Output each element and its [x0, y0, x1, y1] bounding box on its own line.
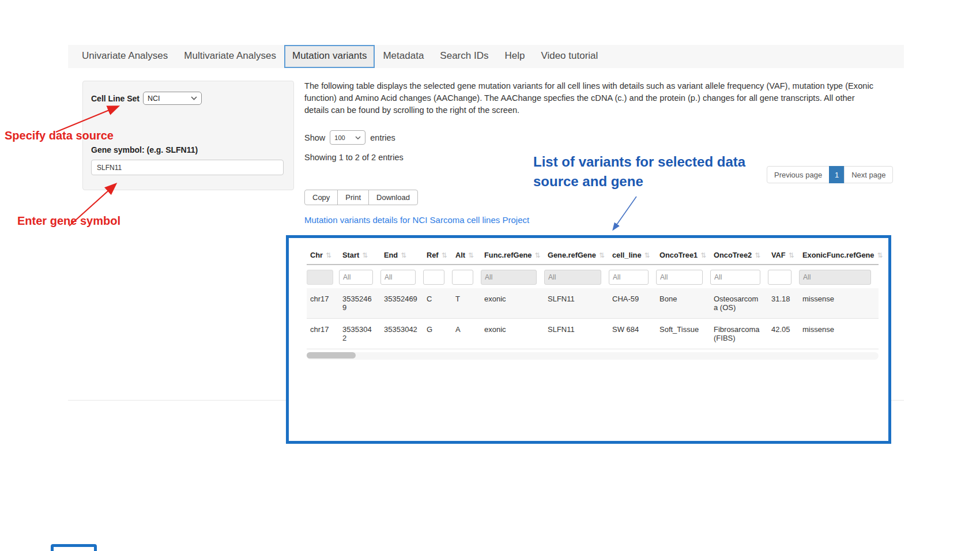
column-header-vaf[interactable]: VAF⇅: [768, 246, 799, 265]
filter-cell-end: [380, 265, 423, 288]
table-cell: missense: [799, 319, 879, 349]
column-header-ref[interactable]: Ref⇅: [423, 246, 452, 265]
sort-icon[interactable]: ⇅: [401, 251, 406, 259]
table-cell: chr17: [307, 319, 339, 349]
show-entries-control: Show 100 entries: [304, 130, 395, 145]
table-cell: Osteosarcoma (OS): [710, 288, 768, 319]
filter-input-exonicfunc-refgene[interactable]: [799, 270, 871, 285]
description-text: The following table displays the selecte…: [304, 80, 879, 116]
filter-input-oncotree1[interactable]: [656, 270, 703, 285]
sort-icon[interactable]: ⇅: [877, 251, 883, 259]
table-cell: C: [423, 288, 452, 319]
tab-mutation-variants[interactable]: Mutation variants: [284, 45, 375, 68]
table-cell: missense: [799, 288, 879, 319]
cell-line-set-select[interactable]: NCI: [143, 92, 202, 105]
filter-input-func-refgene[interactable]: [481, 270, 537, 285]
filter-input-start[interactable]: [339, 270, 373, 285]
tab-video-tutorial[interactable]: Video tutorial: [533, 45, 606, 68]
filter-input-gene-refgene[interactable]: [544, 270, 601, 285]
horizontal-scrollbar[interactable]: [307, 352, 879, 360]
table-cell: SLFN11: [544, 288, 609, 319]
column-header-start[interactable]: Start⇅: [339, 246, 380, 265]
column-header-label: Chr: [310, 251, 323, 259]
column-header-label: Alt: [455, 251, 465, 259]
navbar: Univariate AnalysesMultivariate Analyses…: [68, 45, 904, 68]
table-cell: G: [423, 319, 452, 349]
sort-icon[interactable]: ⇅: [442, 251, 447, 259]
cell-line-set-value: NCI: [148, 95, 160, 103]
table-cell: exonic: [481, 288, 544, 319]
pagination-next-button[interactable]: Next page: [844, 166, 893, 183]
table-cell: Bone: [656, 288, 710, 319]
filter-input-vaf[interactable]: [768, 270, 791, 285]
column-header-end[interactable]: End⇅: [380, 246, 423, 265]
tab-univariate-analyses[interactable]: Univariate Analyses: [74, 45, 176, 68]
sort-icon[interactable]: ⇅: [535, 251, 541, 259]
pagination-previous-button[interactable]: Previous page: [767, 166, 830, 183]
showing-info: Showing 1 to 2 of 2 entries: [304, 153, 404, 162]
column-header-label: OncoTree2: [714, 251, 752, 259]
column-header-oncotree1[interactable]: OncoTree1⇅: [656, 246, 710, 265]
column-header-label: cell_line: [612, 251, 642, 259]
sort-icon[interactable]: ⇅: [700, 251, 706, 259]
table-cell: Soft_Tissue: [656, 319, 710, 349]
cell-line-set-row: Cell Line Set NCI: [91, 92, 285, 105]
sort-icon[interactable]: ⇅: [755, 251, 760, 259]
filter-cell-oncotree1: [656, 265, 710, 288]
table-cell: A: [452, 319, 481, 349]
pagination: Previous page 1 Next page: [767, 166, 893, 183]
tab-metadata[interactable]: Metadata: [375, 45, 432, 68]
sort-icon[interactable]: ⇅: [468, 251, 474, 259]
annotation-specify-data-source: Specify data source: [5, 129, 114, 142]
print-button[interactable]: Print: [337, 190, 369, 205]
tab-help[interactable]: Help: [496, 45, 533, 68]
navbar-tabs: Univariate AnalysesMultivariate Analyses…: [68, 45, 606, 68]
table-cell: CHA-59: [609, 288, 656, 319]
table-row[interactable]: chr173535246935352469CTexonicSLFN11CHA-5…: [307, 288, 879, 319]
annotation-variants-note-line1: List of variants for selected data: [533, 154, 745, 169]
sort-icon[interactable]: ⇅: [789, 251, 794, 259]
table-cell: 35353042: [380, 319, 423, 349]
annotation-enter-gene-symbol: Enter gene symbol: [17, 214, 120, 228]
column-header-gene-refgene[interactable]: Gene.refGene⇅: [544, 246, 609, 265]
filter-input-cell-line[interactable]: [609, 270, 649, 285]
table-row[interactable]: chr173535304235353042GAexonicSLFN11SW 68…: [307, 319, 879, 349]
table-cell: 35353042: [339, 319, 380, 349]
sort-icon[interactable]: ⇅: [362, 251, 368, 259]
filter-input-ref[interactable]: [423, 270, 444, 285]
filter-cell-vaf: [768, 265, 799, 288]
download-button[interactable]: Download: [368, 190, 418, 205]
page-length-select[interactable]: 100: [330, 130, 365, 145]
table-cell: 31.18: [768, 288, 799, 319]
variants-table-container: Chr⇅Start⇅End⇅Ref⇅Alt⇅Func.refGene⇅Gene.…: [286, 235, 891, 444]
column-header-alt[interactable]: Alt⇅: [452, 246, 481, 265]
column-header-label: Ref: [427, 251, 439, 259]
sort-icon[interactable]: ⇅: [644, 251, 650, 259]
tab-multivariate-analyses[interactable]: Multivariate Analyses: [176, 45, 284, 68]
scrollbar-thumb[interactable]: [307, 352, 356, 358]
column-header-oncotree2[interactable]: OncoTree2⇅: [710, 246, 768, 265]
filter-input-alt[interactable]: [452, 270, 473, 285]
cell-line-set-label: Cell Line Set: [91, 94, 140, 103]
column-header-exonicfunc-refgene[interactable]: ExonicFunc.refGene⇅: [799, 246, 879, 265]
column-header-cell-line[interactable]: cell_line⇅: [609, 246, 656, 265]
column-header-label: VAF: [771, 251, 786, 259]
sort-icon[interactable]: ⇅: [599, 251, 605, 259]
gene-symbol-input[interactable]: [91, 160, 284, 175]
blue-arrow-icon: [613, 197, 636, 229]
export-button-group: CopyPrintDownload: [304, 190, 418, 205]
table-cell: exonic: [481, 319, 544, 349]
show-label: Show: [304, 133, 325, 142]
tab-search-ids[interactable]: Search IDs: [432, 45, 496, 68]
column-header-chr[interactable]: Chr⇅: [307, 246, 339, 265]
sort-icon[interactable]: ⇅: [326, 251, 331, 259]
table-caption-link[interactable]: Mutation variants details for NCI Sarcom…: [304, 215, 529, 225]
pagination-page-1[interactable]: 1: [829, 166, 845, 183]
table-cell: 42.05: [768, 319, 799, 349]
column-header-func-refgene[interactable]: Func.refGene⇅: [481, 246, 544, 265]
column-header-label: OncoTree1: [659, 251, 698, 259]
variants-table: Chr⇅Start⇅End⇅Ref⇅Alt⇅Func.refGene⇅Gene.…: [307, 246, 879, 349]
copy-button[interactable]: Copy: [304, 190, 338, 205]
filter-input-end[interactable]: [380, 270, 416, 285]
filter-input-oncotree2[interactable]: [710, 270, 760, 285]
